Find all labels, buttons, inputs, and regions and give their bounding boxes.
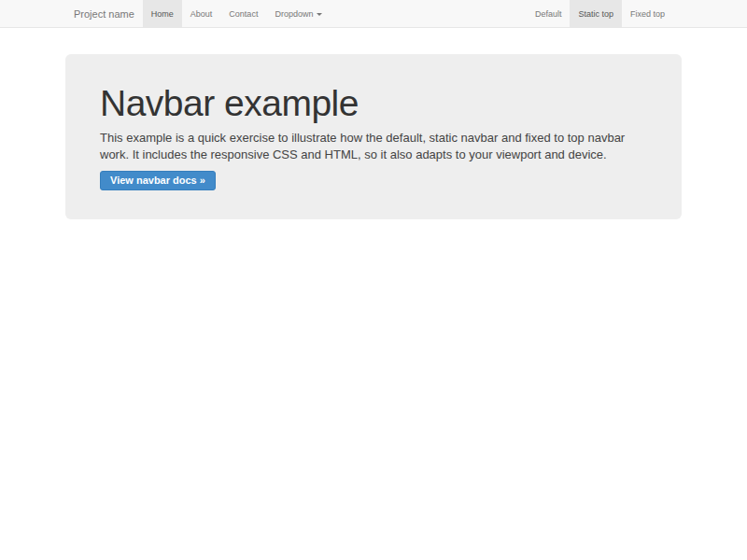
- nav-item-about[interactable]: About: [182, 0, 221, 28]
- nav-item: Dropdown: [266, 0, 331, 27]
- nav-item-contact[interactable]: Contact: [220, 0, 266, 28]
- navbar-right-nav: Default Static top Fixed top: [527, 0, 673, 27]
- caret-down-icon: [317, 13, 322, 16]
- nav-item-fixed-top[interactable]: Fixed top: [622, 0, 673, 28]
- navbar-container: Project name Home About Contact Dropdown…: [65, 0, 682, 27]
- nav-item: Default: [527, 0, 571, 27]
- nav-item-dropdown[interactable]: Dropdown: [266, 0, 331, 28]
- nav-item-static-top[interactable]: Static top: [570, 0, 622, 28]
- nav-item-home[interactable]: Home: [143, 0, 182, 28]
- nav-item-label: Dropdown: [275, 9, 313, 19]
- nav-item: Contact: [220, 0, 266, 27]
- navbar-brand[interactable]: Project name: [74, 0, 134, 27]
- nav-item: Home: [143, 0, 182, 27]
- jumbotron: Navbar example This example is a quick e…: [65, 54, 682, 219]
- nav-item: About: [182, 0, 221, 27]
- view-navbar-docs-button[interactable]: View navbar docs »: [100, 171, 216, 190]
- top-navbar: Project name Home About Contact Dropdown…: [0, 0, 747, 28]
- nav-item: Static top: [570, 0, 622, 27]
- navbar-left-nav: Home About Contact Dropdown: [143, 0, 331, 27]
- nav-item-default[interactable]: Default: [527, 0, 571, 28]
- nav-item: Fixed top: [622, 0, 673, 27]
- jumbotron-description: This example is a quick exercise to illu…: [100, 130, 647, 163]
- page-title: Navbar example: [100, 84, 647, 124]
